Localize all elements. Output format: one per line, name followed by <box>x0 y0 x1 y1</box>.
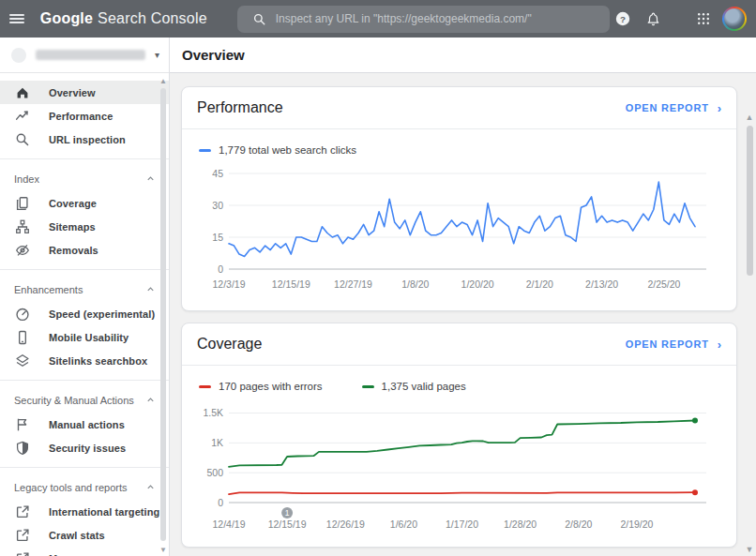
sidebar-item-security-issues[interactable]: Security issues <box>0 436 169 459</box>
scroll-up-icon[interactable]: ▲ <box>743 113 756 122</box>
sidebar: ▾ OverviewPerformanceURL inspectionIndex… <box>0 38 170 556</box>
svg-text:1/17/20: 1/17/20 <box>446 518 478 530</box>
svg-text:2/1/20: 2/1/20 <box>526 278 553 290</box>
app-logo: Google Search Console <box>40 10 207 27</box>
removals-icon <box>14 242 31 259</box>
avatar[interactable] <box>722 7 747 31</box>
coverage-legend: 170 pages with errors 1,375 valid pages <box>199 379 721 394</box>
sidebar-item-sitemaps[interactable]: Sitemaps <box>0 215 169 238</box>
svg-text:0: 0 <box>218 497 223 508</box>
overview-content: Performance OPEN REPORT › 1,779 total we… <box>170 73 756 556</box>
sitemap-icon <box>14 218 31 235</box>
chart-annotation-marker[interactable]: 1 <box>281 507 293 518</box>
sidebar-divider <box>0 467 169 468</box>
svg-text:12/3/19: 12/3/19 <box>212 278 245 290</box>
performance-card: Performance OPEN REPORT › 1,779 total we… <box>181 86 737 311</box>
help-icon[interactable]: ? <box>610 6 636 32</box>
performance-legend: 1,779 total web search clicks <box>199 143 721 158</box>
sidebar-item-manual-actions[interactable]: Manual actions <box>0 413 169 436</box>
coverage-valid-legend-label: 1,375 valid pages <box>382 381 466 392</box>
sidebar-item-messages[interactable]: Messages <box>0 547 169 556</box>
chevron-right-icon: › <box>718 338 721 352</box>
sidebar-item-mobile-usability[interactable]: Mobile Usability <box>0 325 169 349</box>
main-scrollbar[interactable]: ▲ ▼ <box>743 111 756 556</box>
legend-dash-red <box>199 385 211 388</box>
section-title: Enhancements <box>14 284 83 295</box>
search-icon <box>252 12 266 26</box>
sidebar-item-coverage[interactable]: Coverage <box>0 191 169 215</box>
svg-text:30: 30 <box>212 200 223 211</box>
performance-line-chart: 015304512/3/1912/15/1912/27/191/8/201/20… <box>197 162 708 299</box>
sidebar-item-international-targeting[interactable]: International targeting <box>0 500 169 523</box>
sidebar-item-label: Security issues <box>49 443 126 454</box>
shield-icon <box>14 440 31 457</box>
url-inspect-searchbar[interactable] <box>237 6 610 33</box>
performance-icon <box>14 108 31 125</box>
sidebar-item-url-inspection[interactable]: URL inspection <box>0 128 169 151</box>
chevron-down-icon: ▾ <box>155 50 159 60</box>
menu-icon[interactable] <box>0 0 35 38</box>
section-title: Legacy tools and reports <box>14 482 127 493</box>
svg-text:?: ? <box>620 14 626 24</box>
speed-icon <box>14 306 31 323</box>
svg-text:1/6/20: 1/6/20 <box>390 518 417 530</box>
sidebar-item-label: International targeting <box>49 506 159 518</box>
svg-text:12/15/19: 12/15/19 <box>272 278 310 290</box>
property-selector[interactable]: ▾ <box>0 38 169 73</box>
svg-text:2/19/20: 2/19/20 <box>620 518 653 530</box>
coverage-open-report-link[interactable]: OPEN REPORT › <box>626 338 721 352</box>
logo-product: Search Console <box>98 10 207 27</box>
sidebar-scrollbar[interactable]: ▲ ▼ <box>159 77 168 554</box>
svg-text:0: 0 <box>218 263 223 275</box>
sidebar-item-removals[interactable]: Removals <box>0 238 169 262</box>
coverage-card: Coverage OPEN REPORT › 170 pages with er… <box>181 323 737 548</box>
notifications-bell-icon[interactable] <box>640 6 666 32</box>
main-area: Overview Performance OPEN REPORT › 1,779… <box>170 38 756 556</box>
svg-text:12/26/19: 12/26/19 <box>326 518 365 530</box>
property-name-redacted <box>36 50 145 60</box>
scroll-down-icon[interactable]: ▼ <box>159 546 168 554</box>
search-input[interactable] <box>276 12 600 25</box>
svg-text:1K: 1K <box>211 437 223 448</box>
coverage-line-chart: 05001K1.5K12/4/1912/15/1912/26/191/6/201… <box>197 398 708 535</box>
sidebar-item-performance[interactable]: Performance <box>0 104 169 128</box>
sidebar-item-crawl-stats[interactable]: Crawl stats <box>0 523 169 547</box>
sidebar-item-label: Crawl stats <box>49 530 105 541</box>
svg-text:45: 45 <box>212 168 223 179</box>
sidebar-item-sitelinks-searchbox[interactable]: Sitelinks searchbox <box>0 349 169 372</box>
sidebar-item-label: Sitemaps <box>49 221 96 233</box>
sidebar-divider <box>0 269 169 270</box>
svg-text:1/28/20: 1/28/20 <box>504 518 537 530</box>
sidebar-divider <box>0 158 169 159</box>
svg-text:12/27/19: 12/27/19 <box>334 278 372 290</box>
performance-open-report-link[interactable]: OPEN REPORT › <box>626 101 721 115</box>
svg-text:2/25/20: 2/25/20 <box>647 278 680 290</box>
sidebar-section-legacy-tools-and-reports[interactable]: Legacy tools and reports <box>0 475 169 500</box>
property-icon <box>11 48 26 63</box>
sidebar-item-label: Performance <box>49 111 113 122</box>
svg-text:12/4/19: 12/4/19 <box>212 518 245 530</box>
search-icon <box>14 131 31 148</box>
scroll-down-icon[interactable]: ▼ <box>743 545 756 554</box>
sidebar-item-label: Removals <box>49 245 98 256</box>
scroll-up-icon[interactable]: ▲ <box>159 77 168 85</box>
external-icon <box>14 550 31 556</box>
logo-google: Google <box>40 10 93 27</box>
sidebar-section-index[interactable]: Index <box>0 167 169 191</box>
external-icon <box>14 503 31 520</box>
apps-grid-icon[interactable] <box>690 6 717 32</box>
scrollbar-thumb[interactable] <box>160 88 166 541</box>
flag-icon <box>14 416 31 433</box>
chevron-up-icon <box>145 284 156 296</box>
performance-legend-label: 1,779 total web search clicks <box>219 144 356 156</box>
sidebar-item-label: Manual actions <box>49 419 125 430</box>
sidebar-item-overview[interactable]: Overview <box>0 81 169 104</box>
coverage-errors-legend-label: 170 pages with errors <box>219 381 323 392</box>
sidebar-item-speed-experimental[interactable]: Speed (experimental) <box>0 302 169 325</box>
scrollbar-thumb[interactable] <box>747 126 753 276</box>
sidebar-section-enhancements[interactable]: Enhancements <box>0 278 169 302</box>
page-title: Overview <box>182 47 245 63</box>
svg-text:15: 15 <box>212 232 223 243</box>
sidebar-section-security-manual-actions[interactable]: Security & Manual Actions <box>0 388 169 413</box>
sidebar-item-label: URL inspection <box>49 134 126 145</box>
